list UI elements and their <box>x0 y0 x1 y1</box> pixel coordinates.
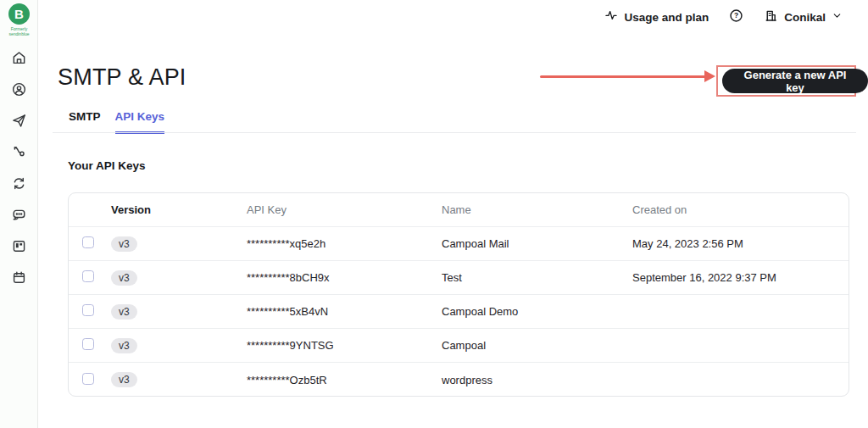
sidebar-item-automation[interactable] <box>0 138 38 170</box>
brand-logo[interactable]: B Formerly sendinblue <box>0 3 38 36</box>
api-key-name: Test <box>442 271 632 284</box>
generate-api-key-button[interactable]: Generate a new API key <box>722 69 868 93</box>
version-badge: v3 <box>111 304 137 320</box>
kanban-icon <box>11 238 27 258</box>
api-key-name: Campoal Mail <box>442 237 632 250</box>
calendar-icon <box>11 270 27 289</box>
version-badge: v3 <box>111 372 137 387</box>
automation-icon <box>11 144 27 164</box>
api-key-name: Campoal Demo <box>442 305 632 318</box>
repeat-icon <box>11 175 27 195</box>
tab-bar: SMTP API Keys <box>69 110 164 134</box>
row-checkbox[interactable] <box>82 373 94 385</box>
tab-smtp[interactable]: SMTP <box>69 110 101 134</box>
column-header-version: Version <box>111 203 247 216</box>
paper-plane-icon <box>11 113 27 132</box>
column-header-api-key: API Key <box>247 203 442 216</box>
sidebar-item-meetings[interactable] <box>0 264 38 295</box>
api-key-created: September 16, 2022 9:37 PM <box>632 271 835 284</box>
row-checkbox[interactable] <box>82 236 94 248</box>
table-row: v3 **********5xB4vN Campoal Demo <box>69 295 849 329</box>
svg-text:?: ? <box>734 11 738 19</box>
activity-icon <box>604 8 618 25</box>
usage-and-plan-link[interactable]: Usage and plan <box>604 8 709 25</box>
table-row: v3 **********Ozb5tR wordpress <box>69 363 849 397</box>
help-button[interactable]: ? <box>729 8 743 26</box>
account-name: Conikal <box>784 11 826 24</box>
sidebar-item-conversations[interactable] <box>0 201 38 232</box>
api-key-name: Campoal <box>442 339 632 352</box>
smtp-api-page: B Formerly sendinblue <box>0 0 868 428</box>
tab-api-keys[interactable]: API Keys <box>115 110 165 134</box>
contacts-icon <box>11 81 27 101</box>
tab-divider <box>53 132 856 133</box>
column-header-created-on: Created on <box>632 203 835 216</box>
account-menu[interactable]: Conikal <box>764 8 843 26</box>
annotation-arrow-line <box>540 75 706 78</box>
organization-icon <box>764 8 778 26</box>
api-key-value: **********xq5e2h <box>247 237 442 250</box>
api-key-created: May 24, 2023 2:56 PM <box>632 237 835 250</box>
sidebar-item-deals[interactable] <box>0 232 38 264</box>
chevron-down-icon <box>832 9 843 25</box>
sidebar-item-home[interactable] <box>0 44 38 75</box>
table-row: v3 **********9YNTSG Campoal <box>69 329 849 363</box>
sidebar-item-contacts[interactable] <box>0 75 38 107</box>
sidebar: B Formerly sendinblue <box>0 0 38 428</box>
version-badge: v3 <box>111 236 137 252</box>
top-header: Usage and plan ? Conikal <box>604 6 843 28</box>
annotation-arrow-head <box>704 70 715 82</box>
sidebar-item-transactional[interactable] <box>0 170 38 201</box>
column-header-name: Name <box>442 203 632 216</box>
row-checkbox[interactable] <box>82 304 94 316</box>
table-header-row: Version API Key Name Created on <box>69 193 849 227</box>
api-key-value: **********5xB4vN <box>247 305 442 318</box>
home-icon <box>11 50 27 69</box>
api-key-value: **********8bCH9x <box>247 271 442 284</box>
section-heading: Your API Keys <box>68 159 146 172</box>
version-badge: v3 <box>111 338 137 353</box>
api-keys-table: Version API Key Name Created on v3 *****… <box>68 192 849 397</box>
page-title: SMTP & API <box>58 64 186 91</box>
brand-tagline: Formerly sendinblue <box>0 26 38 36</box>
chat-icon <box>11 207 27 226</box>
api-key-name: wordpress <box>442 374 632 386</box>
version-badge: v3 <box>111 270 137 286</box>
row-checkbox[interactable] <box>82 270 94 282</box>
row-checkbox[interactable] <box>82 338 94 350</box>
table-row: v3 **********xq5e2h Campoal Mail May 24,… <box>69 227 849 261</box>
help-icon: ? <box>729 8 743 26</box>
brevo-logo-icon: B <box>8 3 30 25</box>
api-key-value: **********9YNTSG <box>247 339 442 352</box>
api-key-value: **********Ozb5tR <box>247 374 442 386</box>
sidebar-item-campaigns[interactable] <box>0 107 38 138</box>
table-row: v3 **********8bCH9x Test September 16, 2… <box>69 261 849 295</box>
sidebar-nav <box>0 44 38 295</box>
